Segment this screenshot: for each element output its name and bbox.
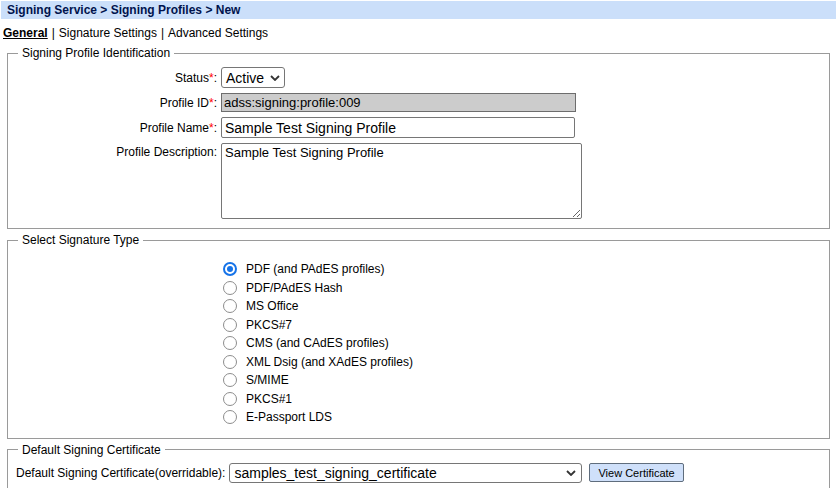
section-select-signature-type: Select Signature Type PDF (and PAdES pro… — [7, 233, 830, 439]
breadcrumb-text: Signing Service > Signing Profiles > New — [7, 3, 240, 17]
profile-description-row: Profile Description: Sample Test Signing… — [16, 143, 821, 219]
signature-type-option[interactable]: S/MIME — [223, 373, 821, 387]
default-certificate-selected-value: samples_test_signing_certificate — [234, 465, 436, 481]
radio-button-icon — [223, 299, 237, 313]
tab-advanced-settings[interactable]: Advanced Settings — [168, 26, 268, 40]
default-certificate-label: Default Signing Certificate(overridable)… — [16, 466, 229, 480]
section-signing-profile-identification: Signing Profile Identification Status*: … — [7, 46, 830, 229]
tab-separator: | — [52, 26, 55, 40]
radio-button-icon — [223, 336, 237, 350]
default-certificate-row: Default Signing Certificate(overridable)… — [16, 463, 821, 483]
signature-type-option-label: PKCS#7 — [246, 318, 292, 332]
radio-button-icon — [223, 355, 237, 369]
view-certificate-button[interactable]: View Certificate — [589, 463, 683, 482]
signature-type-option-label: PKCS#1 — [246, 392, 292, 406]
profile-name-label: Profile Name*: — [16, 121, 221, 135]
signature-type-option[interactable]: PKCS#1 — [223, 392, 821, 406]
signature-type-option-label: MS Office — [246, 299, 298, 313]
profile-description-field[interactable]: Sample Test Signing Profile — [221, 143, 582, 219]
tab-general[interactable]: General — [3, 26, 48, 40]
profile-id-field — [221, 93, 576, 112]
signature-type-option[interactable]: PKCS#7 — [223, 318, 821, 332]
default-certificate-select[interactable]: samples_test_signing_certificate — [229, 463, 582, 483]
radio-button-icon — [223, 410, 237, 424]
signature-type-option-label: XML Dsig (and XAdES profiles) — [246, 355, 413, 369]
section-legend: Select Signature Type — [18, 233, 143, 247]
signature-type-option-label: PDF/PAdES Hash — [246, 281, 342, 295]
profile-name-row: Profile Name*: — [16, 117, 821, 138]
radio-button-icon — [223, 318, 237, 332]
signature-type-radio-group: PDF (and PAdES profiles) PDF/PAdES Hash … — [223, 262, 821, 424]
signature-type-option[interactable]: PDF/PAdES Hash — [223, 281, 821, 295]
profile-description-label: Profile Description: — [16, 143, 221, 159]
status-row: Status*: Active — [16, 67, 821, 88]
status-select[interactable]: Active — [221, 67, 285, 88]
breadcrumb: Signing Service > Signing Profiles > New — [1, 1, 836, 19]
radio-button-icon — [223, 281, 237, 295]
signature-type-option[interactable]: E-Passport LDS — [223, 410, 821, 424]
signature-type-option-label: CMS (and CAdES profiles) — [246, 336, 389, 350]
profile-name-field[interactable] — [221, 117, 575, 138]
tab-signature-settings[interactable]: Signature Settings — [59, 26, 157, 40]
chevron-down-icon — [566, 470, 576, 476]
signature-type-option[interactable]: MS Office — [223, 299, 821, 313]
radio-button-icon — [223, 373, 237, 387]
profile-id-row: Profile ID*: — [16, 93, 821, 112]
signature-type-option[interactable]: XML Dsig (and XAdES profiles) — [223, 355, 821, 369]
tab-separator: | — [161, 26, 164, 40]
signature-type-option[interactable]: PDF (and PAdES profiles) — [223, 262, 821, 276]
status-selected-value: Active — [226, 70, 264, 86]
signature-type-option-label: S/MIME — [246, 373, 289, 387]
status-label: Status*: — [16, 71, 221, 85]
profile-id-label: Profile ID*: — [16, 96, 221, 110]
signature-type-option-label: E-Passport LDS — [246, 410, 332, 424]
signature-type-option-label: PDF (and PAdES profiles) — [246, 262, 385, 276]
section-legend: Default Signing Certificate — [18, 443, 165, 457]
radio-button-icon — [223, 392, 237, 406]
tab-bar: General | Signature Settings | Advanced … — [0, 19, 837, 46]
chevron-down-icon — [270, 75, 280, 81]
section-default-signing-certificate: Default Signing Certificate Default Sign… — [7, 443, 830, 488]
section-legend: Signing Profile Identification — [18, 46, 174, 60]
signature-type-option[interactable]: CMS (and CAdES profiles) — [223, 336, 821, 350]
radio-button-icon — [223, 262, 237, 276]
